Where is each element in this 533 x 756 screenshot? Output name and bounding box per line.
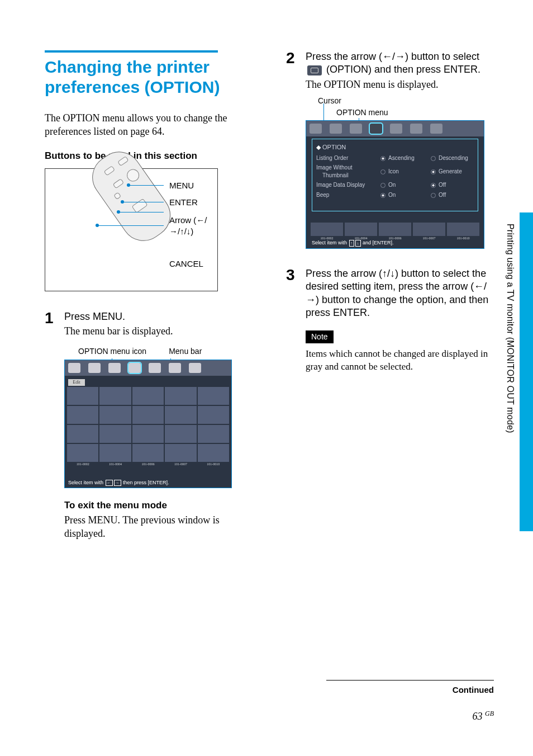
continued-rule [326, 680, 494, 681]
menu-icon [68, 363, 80, 373]
step-number: 1 [45, 310, 56, 541]
remote-figure: MENU ENTER Arrow (←/→/↑/↓) CANCEL [45, 168, 218, 291]
step-head: Press the arrow (↑/↓) button to select t… [306, 267, 499, 320]
menu-icon [169, 363, 181, 373]
radio-icon [431, 156, 436, 161]
page-number: 63 GB [473, 710, 494, 722]
radio-icon [431, 183, 436, 188]
menu-bar [65, 360, 231, 376]
thumbnail [132, 406, 164, 424]
option-row: Listing Order Ascending Descending [316, 153, 476, 163]
side-tab [520, 212, 533, 531]
radio-icon [431, 169, 436, 174]
menu-icon [430, 124, 442, 134]
radio-icon [380, 193, 386, 198]
label-option-menu: OPTION menu [336, 107, 499, 118]
menu-icon [410, 124, 422, 134]
thumbnail [99, 406, 131, 424]
step-2: 2 Press the arrow (←/→) button to select… [286, 50, 499, 263]
label-cancel: CANCEL [169, 258, 203, 270]
option-icon [307, 65, 322, 75]
label-menu: MENU [169, 180, 194, 191]
radio-icon [380, 169, 386, 174]
step-desc: The menu bar is displayed. [64, 324, 258, 338]
thumbnail [165, 425, 196, 443]
row-label: Listing Order [316, 154, 380, 162]
option-row: Beep On Off [316, 190, 476, 200]
step-number: 3 [286, 267, 297, 374]
thumbnail [132, 387, 164, 405]
option-menu-icon [370, 124, 382, 134]
thumbnail [132, 425, 164, 443]
thumbnail [67, 425, 98, 443]
menu-icon [149, 363, 161, 373]
radio-icon [380, 156, 386, 161]
thumbnail [413, 223, 445, 236]
thumbnail [379, 223, 411, 236]
screen-footer: Select item with ↑↓ and [ENTER]. [312, 239, 394, 246]
label-option-icon: OPTION menu icon [78, 346, 146, 357]
step-desc: The OPTION menu is displayed. [306, 78, 499, 91]
option-row: Image Without Thumbnail Icon Generate [316, 163, 476, 180]
menu-icon [310, 124, 322, 134]
thumbnail [165, 406, 196, 424]
row-label: Image Without Thumbnail [316, 164, 380, 179]
thumbnail [99, 387, 131, 405]
row-label: Beep [316, 191, 380, 199]
step-1: 1 Press MENU. The menu bar is displayed.… [45, 310, 258, 541]
thumbnail [67, 387, 98, 405]
thumbnail [99, 425, 131, 443]
row-label: Image Data Display [316, 181, 380, 189]
thumbnail [198, 387, 229, 405]
exit-heading: To exit the menu mode [64, 499, 258, 512]
option-title: OPTION [316, 143, 346, 152]
label-cursor: Cursor [318, 96, 499, 106]
menu-icon [350, 124, 362, 134]
thumbnail [345, 223, 377, 236]
label-enter: ENTER [169, 197, 198, 208]
option-rows: Listing Order Ascending Descending Image… [316, 153, 476, 200]
thumbnail [67, 444, 98, 462]
label-arrow: Arrow (←/→/↑/↓) [169, 215, 217, 238]
thumbnail [132, 444, 164, 462]
thumbnail [165, 387, 196, 405]
thumbnail [198, 425, 229, 443]
page-title: Changing the printer preferences (OPTION… [45, 57, 258, 97]
note-label: Note [306, 330, 334, 343]
thumbnail [99, 444, 131, 462]
menu-icon [189, 363, 201, 373]
screen-option-menu: OPTION Listing Order Ascending Descendin… [306, 120, 484, 249]
step-head: Press MENU. [64, 310, 258, 323]
thumbnail [67, 406, 98, 424]
screen-edit-thumbnails: Edit [64, 360, 232, 488]
thumbnail [198, 444, 229, 462]
menu-icon [390, 124, 402, 134]
menu-bar [306, 121, 484, 136]
intro-text: The OPTION menu allows you to change the… [45, 111, 258, 139]
radio-icon [431, 193, 436, 198]
radio-icon [380, 183, 386, 188]
menu-icon [108, 363, 121, 373]
edit-tab: Edit [68, 379, 85, 386]
thumbnail [447, 223, 479, 236]
title-rule [45, 50, 218, 53]
buttons-subheading: Buttons to be used in this section [45, 150, 258, 163]
option-row: Image Data Display On Off [316, 180, 476, 190]
screen-footer: Select item with ←→ then press [ENTER]. [68, 479, 169, 486]
continued-label: Continued [453, 685, 494, 694]
exit-text: Press MENU. The previous window is displ… [64, 513, 258, 541]
step-head: Press the arrow (←/→) button to select (… [306, 50, 499, 77]
thumbnail [198, 406, 229, 424]
step-number: 2 [286, 50, 297, 263]
thumbnail [311, 223, 343, 236]
note-text: Items which cannot be changed are displa… [306, 348, 499, 374]
side-section-label: Printing using a TV monitor (MONITOR OUT… [505, 224, 515, 433]
thumbnail [165, 444, 196, 462]
menu-icon [88, 363, 101, 373]
step-3: 3 Press the arrow (↑/↓) button to select… [286, 267, 499, 374]
menu-icon [330, 124, 342, 134]
option-menu-icon [129, 363, 141, 373]
label-menu-bar: Menu bar [169, 346, 202, 357]
option-thumbs [311, 223, 479, 236]
